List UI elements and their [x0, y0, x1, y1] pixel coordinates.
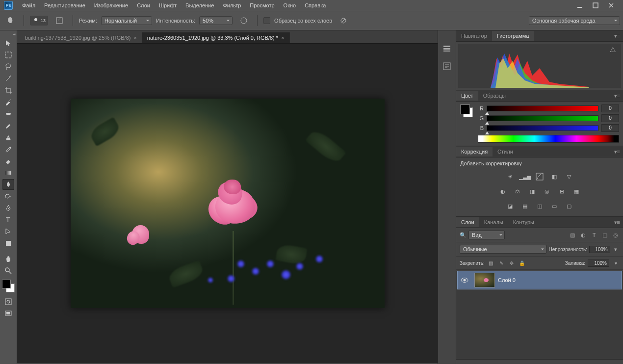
pressure-size-icon[interactable] — [336, 13, 351, 28]
curves-icon[interactable] — [535, 172, 545, 181]
lasso-tool[interactable] — [2, 61, 14, 72]
zoom-tool[interactable] — [2, 265, 14, 276]
close-icon[interactable]: × — [281, 35, 284, 41]
move-tool[interactable] — [2, 38, 14, 49]
menu-file[interactable]: Файл — [18, 0, 40, 10]
balance-icon[interactable]: ⚖ — [513, 187, 522, 196]
clone-stamp-tool[interactable] — [2, 132, 14, 143]
g-slider[interactable] — [487, 115, 598, 121]
close-button[interactable] — [603, 0, 619, 10]
threshold-icon[interactable]: ◫ — [535, 202, 545, 210]
bw-icon[interactable]: ◨ — [527, 187, 537, 196]
blend-mode-select[interactable]: Обычные — [460, 245, 546, 254]
screenmode-toggle[interactable] — [2, 308, 14, 319]
levels-icon[interactable]: ▁▃▅ — [520, 172, 530, 181]
tab-styles[interactable]: Стили — [493, 147, 518, 156]
menu-layers[interactable]: Слои — [132, 0, 155, 10]
g-value[interactable]: 0 — [601, 114, 619, 122]
b-slider[interactable] — [487, 125, 598, 131]
b-value[interactable]: 0 — [601, 124, 619, 132]
opacity-value[interactable]: 100% — [589, 246, 610, 253]
posterize-icon[interactable]: ▤ — [520, 202, 530, 210]
sample-all-checkbox[interactable] — [263, 17, 270, 24]
eyedropper-tool[interactable] — [2, 97, 14, 107]
history-brush-tool[interactable] — [2, 144, 14, 155]
gradient-map-icon[interactable]: ▭ — [549, 202, 559, 210]
selective-color-icon[interactable]: ▢ — [564, 202, 574, 210]
menu-filter[interactable]: Фильтр — [218, 0, 245, 10]
quickmask-toggle[interactable] — [2, 296, 14, 307]
lock-position-icon[interactable]: ✥ — [508, 259, 516, 267]
tab-color[interactable]: Цвет — [456, 91, 478, 101]
dodge-tool[interactable] — [2, 191, 14, 202]
panel-menu-icon[interactable]: ▾≡ — [611, 217, 623, 228]
lock-all-icon[interactable]: 🔒 — [518, 259, 526, 267]
intensity-select[interactable]: 50% — [199, 16, 233, 25]
marquee-tool[interactable] — [2, 50, 14, 60]
type-tool[interactable]: T — [2, 214, 14, 225]
workspace-select[interactable]: Основная рабочая среда — [529, 16, 620, 25]
menu-select[interactable]: Выделение — [181, 0, 218, 10]
invert-icon[interactable]: ◪ — [505, 202, 515, 210]
gradient-tool[interactable] — [2, 167, 14, 178]
color-lookup-icon[interactable]: ▦ — [571, 187, 581, 196]
exposure-icon[interactable]: ◧ — [549, 172, 559, 181]
filter-adjust-icon[interactable]: ◐ — [579, 231, 587, 239]
healing-brush-tool[interactable] — [2, 108, 14, 119]
photo-filter-icon[interactable]: ◎ — [542, 187, 552, 196]
filter-shape-icon[interactable]: ▢ — [601, 231, 609, 239]
crop-tool[interactable] — [2, 85, 14, 96]
tab-navigator[interactable]: Навигатор — [456, 31, 492, 41]
r-slider[interactable] — [487, 105, 598, 111]
hue-icon[interactable]: ◐ — [498, 187, 508, 196]
hand-tool[interactable] — [2, 254, 14, 264]
layer-thumbnail[interactable] — [474, 273, 495, 287]
blend-mode-select[interactable]: Нормальный — [101, 16, 152, 25]
brightness-icon[interactable]: ☀ — [505, 172, 515, 181]
canvas-viewport[interactable] — [17, 44, 438, 363]
filter-smart-icon[interactable]: ◎ — [612, 231, 620, 239]
chevron-down-icon[interactable]: ▾ — [612, 245, 620, 253]
menu-help[interactable]: Справка — [300, 0, 330, 10]
menu-window[interactable]: Окно — [279, 0, 301, 10]
fg-color[interactable] — [460, 104, 470, 114]
brush-tool[interactable] — [2, 120, 14, 131]
path-selection-tool[interactable] — [2, 226, 14, 237]
tab-building[interactable]: building-1377538_1920.jpg @ 25% (RGB/8) … — [20, 32, 142, 43]
panel-menu-icon[interactable]: ▾≡ — [611, 147, 623, 157]
history-panel-icon[interactable] — [441, 43, 452, 54]
panel-menu-icon[interactable]: ▾≡ — [611, 31, 623, 41]
tab-histogram[interactable]: Гистограмма — [492, 31, 534, 41]
menu-type[interactable]: Шрифт — [155, 0, 181, 10]
visibility-toggle[interactable] — [458, 277, 471, 283]
close-icon[interactable]: × — [133, 35, 136, 41]
blur-tool[interactable] — [2, 179, 14, 190]
menu-edit[interactable]: Редактирование — [40, 0, 90, 10]
brush-panel-toggle[interactable] — [52, 13, 67, 28]
pressure-opacity-icon[interactable] — [236, 13, 251, 28]
maximize-button[interactable] — [588, 0, 603, 10]
minimize-button[interactable] — [572, 0, 588, 10]
tab-channels[interactable]: Каналы — [479, 217, 508, 227]
chevron-down-icon[interactable]: ▾ — [612, 259, 620, 267]
tab-paths[interactable]: Контуры — [508, 217, 539, 227]
shape-tool[interactable] — [2, 238, 14, 249]
color-swatch[interactable] — [460, 104, 473, 117]
channel-mixer-icon[interactable]: ⊞ — [557, 187, 567, 196]
lock-transparency-icon[interactable]: ▨ — [487, 259, 495, 267]
tab-adjustments[interactable]: Коррекция — [456, 147, 493, 156]
color-swatch[interactable] — [2, 280, 15, 292]
warning-icon[interactable]: ⚠ — [610, 46, 616, 53]
r-value[interactable]: 0 — [601, 104, 619, 112]
search-icon[interactable]: 🔍 — [460, 232, 467, 238]
tab-layers[interactable]: Слои — [456, 217, 479, 227]
filter-pixel-icon[interactable]: ▧ — [569, 231, 576, 239]
magic-wand-tool[interactable] — [2, 73, 14, 84]
tool-preset-icon[interactable] — [3, 13, 18, 28]
layer-name[interactable]: Слой 0 — [498, 277, 516, 283]
lock-pixels-icon[interactable]: ✎ — [497, 259, 505, 267]
toolbar-collapse[interactable] — [0, 32, 17, 37]
menu-view[interactable]: Просмотр — [245, 0, 279, 10]
layer-filter-select[interactable]: Вид — [468, 231, 505, 239]
filter-type-icon[interactable]: T — [590, 231, 598, 239]
